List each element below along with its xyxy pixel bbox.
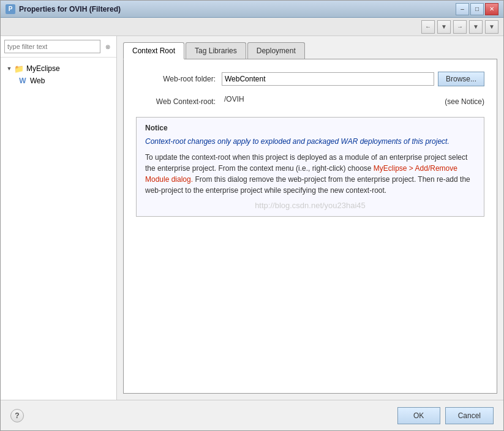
tab-content-context-root: Web-root folder: Browse... Web Context-r…: [123, 59, 497, 394]
bottom-bar: ? OK Cancel: [1, 400, 503, 430]
notice-body: To update the context-root when this pro…: [145, 152, 475, 196]
filter-clear-icon[interactable]: ⊗: [103, 42, 113, 51]
web-context-root-label: Web Context-root:: [136, 97, 222, 106]
web-context-root-value: /OVIH: [222, 95, 440, 108]
web-root-folder-label: Web-root folder:: [136, 75, 222, 83]
maximize-button[interactable]: □: [470, 3, 484, 15]
content-area: ⊗ ▼ 📁 MyEclipse W Web Context Root: [1, 36, 503, 400]
notice-section: Notice Context-root changes only apply t…: [136, 117, 484, 217]
cancel-button[interactable]: Cancel: [445, 407, 494, 424]
help-button[interactable]: ?: [10, 409, 24, 422]
watermark-text: http://blog.csdn.net/you23hai45: [145, 201, 475, 210]
notice-body-2: From this dialog remove the web-project …: [145, 175, 470, 195]
web-context-root-row: Web Context-root: /OVIH (see Notice): [136, 95, 484, 108]
window-controls: – □ ✕: [456, 3, 498, 15]
window-icon: P: [6, 4, 15, 14]
tab-container: Context Root Tag Libraries Deployment We…: [123, 42, 497, 394]
web-root-folder-input[interactable]: [222, 72, 434, 86]
properties-window: P Properties for OVIH (Filtered) – □ ✕ ←…: [0, 0, 504, 431]
tab-header: Context Root Tag Libraries Deployment: [123, 42, 497, 59]
tree-label-web: Web: [30, 77, 45, 85]
tab-deployment[interactable]: Deployment: [247, 42, 305, 59]
browse-button[interactable]: Browse...: [438, 72, 484, 86]
notice-title: Notice: [145, 124, 475, 132]
tree-node-myeclipse[interactable]: ▼ 📁 MyEclipse: [3, 62, 114, 75]
tree-label-myeclipse: MyEclipse: [26, 64, 60, 73]
filter-input[interactable]: [4, 40, 100, 53]
toolbar: ← ▼ → ▼ ▼: [1, 18, 503, 36]
see-notice-text: (see Notice): [445, 97, 484, 106]
close-button[interactable]: ✕: [485, 3, 498, 15]
menu-button[interactable]: ▼: [485, 20, 498, 34]
tab-context-root[interactable]: Context Root: [123, 42, 184, 59]
tree-arrow-myeclipse: ▼: [6, 65, 13, 72]
back-dropdown-button[interactable]: ▼: [437, 20, 451, 34]
web-root-folder-row: Web-root folder: Browse...: [136, 72, 484, 86]
web-icon: W: [18, 76, 28, 86]
tree-node-web[interactable]: W Web: [15, 75, 114, 87]
folder-icon: 📁: [14, 64, 24, 73]
notice-highlight: Context-root changes only apply to explo…: [145, 137, 475, 146]
forward-button[interactable]: →: [453, 20, 467, 34]
sidebar: ⊗ ▼ 📁 MyEclipse W Web: [1, 36, 117, 400]
main-panel: Context Root Tag Libraries Deployment We…: [117, 36, 503, 400]
tree-area: ▼ 📁 MyEclipse W Web: [1, 58, 116, 400]
minimize-button[interactable]: –: [456, 3, 469, 15]
tab-tag-libraries[interactable]: Tag Libraries: [186, 42, 246, 59]
filter-bar: ⊗: [1, 36, 116, 58]
ok-button[interactable]: OK: [397, 407, 440, 424]
back-button[interactable]: ←: [421, 20, 435, 34]
title-bar: P Properties for OVIH (Filtered) – □ ✕: [1, 1, 503, 18]
forward-dropdown-button[interactable]: ▼: [469, 20, 483, 34]
bottom-buttons: OK Cancel: [397, 407, 494, 424]
window-title: Properties for OVIH (Filtered): [19, 5, 456, 13]
